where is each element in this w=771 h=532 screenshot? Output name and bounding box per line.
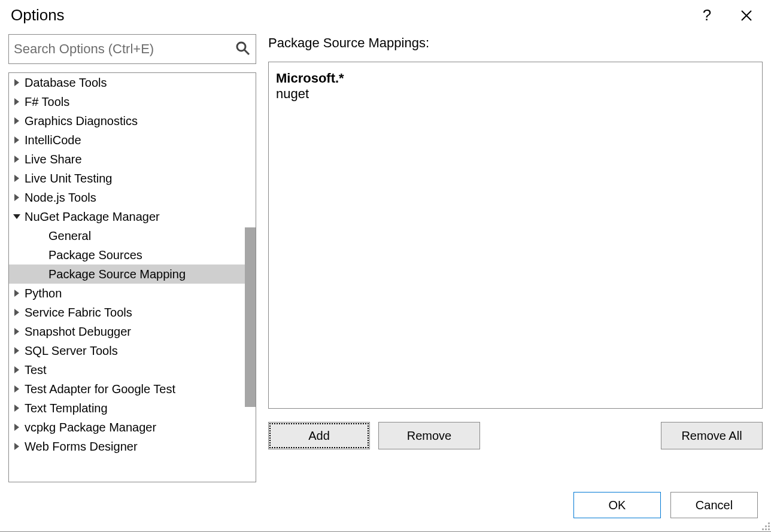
tree-item[interactable]: General: [9, 226, 256, 245]
cancel-button[interactable]: Cancel: [670, 492, 758, 518]
tree-item[interactable]: Snapshot Debugger: [9, 322, 256, 341]
expand-icon[interactable]: [13, 194, 21, 201]
tree-item[interactable]: Package Source Mapping: [9, 265, 256, 284]
tree-item[interactable]: Test: [9, 360, 256, 379]
tree-item-label: Test: [25, 363, 47, 377]
expand-icon[interactable]: [13, 405, 21, 412]
help-button[interactable]: ?: [693, 6, 721, 25]
tree-item[interactable]: Node.js Tools: [9, 188, 256, 207]
tree-item[interactable]: F# Tools: [9, 92, 256, 111]
tree-item[interactable]: Graphics Diagnostics: [9, 111, 256, 130]
expand-icon[interactable]: [13, 156, 21, 163]
tree-item[interactable]: Package Sources: [9, 245, 256, 265]
tree-item-label: Graphics Diagnostics: [25, 114, 138, 128]
tree-item-label: Live Share: [25, 153, 82, 166]
tree-item-label: Node.js Tools: [25, 191, 96, 205]
tree-item[interactable]: Test Adapter for Google Test: [9, 379, 256, 399]
expand-icon[interactable]: [13, 98, 21, 105]
right-panel: Package Source Mappings: Microsoft.* nug…: [268, 34, 763, 482]
left-panel: Database ToolsF# ToolsGraphics Diagnosti…: [8, 34, 256, 482]
search-input[interactable]: [9, 38, 256, 60]
tree-item-label: Snapshot Debugger: [25, 325, 131, 339]
tree-item-label: Live Unit Testing: [25, 172, 112, 186]
mapping-pattern: Microsoft.*: [276, 71, 755, 86]
expand-icon[interactable]: [13, 309, 21, 316]
tree-item-label: Test Adapter for Google Test: [25, 382, 175, 396]
tree-item[interactable]: Database Tools: [9, 73, 256, 92]
tree-item[interactable]: Text Templating: [9, 399, 256, 418]
help-icon: ?: [703, 6, 711, 24]
tree-item[interactable]: Python: [9, 284, 256, 303]
close-icon: [740, 10, 752, 22]
remove-button[interactable]: Remove: [378, 422, 480, 449]
tree-item-label: IntelliCode: [25, 133, 81, 147]
svg-line-3: [244, 50, 249, 54]
expand-icon[interactable]: [13, 347, 21, 354]
search-wrapper: [8, 34, 256, 64]
tree-item[interactable]: SQL Server Tools: [9, 341, 256, 360]
dialog-title: Options: [11, 6, 681, 25]
expand-icon[interactable]: [13, 443, 21, 450]
tree-item-label: Web Forms Designer: [25, 440, 138, 454]
tree-item-label: Database Tools: [25, 76, 107, 90]
tree-item-label: Python: [25, 287, 62, 300]
panel-heading: Package Source Mappings:: [268, 35, 763, 51]
expand-icon[interactable]: [13, 136, 21, 144]
tree-item[interactable]: vcpkg Package Manager: [9, 418, 256, 437]
tree-item-label: Service Fabric Tools: [25, 306, 132, 320]
tree-item-label: SQL Server Tools: [25, 344, 118, 358]
resize-grip[interactable]: [759, 519, 770, 530]
tree-item-label: General: [48, 229, 91, 243]
expand-icon[interactable]: [13, 79, 21, 86]
expand-icon[interactable]: [13, 175, 21, 182]
tree-item[interactable]: Service Fabric Tools: [9, 303, 256, 322]
expand-icon[interactable]: [13, 328, 21, 335]
collapse-icon[interactable]: [13, 214, 21, 219]
titlebar: Options ?: [0, 0, 771, 28]
ok-button[interactable]: OK: [573, 492, 661, 518]
expand-icon[interactable]: [13, 290, 21, 297]
scrollbar-thumb[interactable]: [245, 227, 256, 407]
options-dialog: Options ? Database Tools: [0, 0, 771, 532]
search-icon[interactable]: [235, 41, 252, 57]
tree-item-label: F# Tools: [25, 95, 69, 109]
tree-item-label: Text Templating: [25, 402, 108, 415]
close-button[interactable]: [733, 10, 760, 22]
options-tree: Database ToolsF# ToolsGraphics Diagnosti…: [8, 72, 256, 482]
expand-icon[interactable]: [13, 385, 21, 393]
add-button[interactable]: Add: [268, 422, 370, 449]
tree-item[interactable]: Web Forms Designer: [9, 437, 256, 456]
expand-icon[interactable]: [13, 424, 21, 431]
dialog-body: Database ToolsF# ToolsGraphics Diagnosti…: [0, 28, 771, 482]
mappings-listbox[interactable]: Microsoft.* nuget: [268, 62, 763, 409]
tree-item[interactable]: Live Unit Testing: [9, 169, 256, 188]
tree-item-label: NuGet Package Manager: [25, 210, 160, 224]
dialog-footer-buttons: OK Cancel: [0, 482, 771, 531]
mapping-source: nuget: [276, 86, 755, 102]
tree-item-label: vcpkg Package Manager: [25, 421, 156, 434]
remove-all-button[interactable]: Remove All: [661, 422, 763, 449]
mapping-buttons-row: Add Remove Remove All: [268, 422, 763, 449]
expand-icon[interactable]: [13, 117, 21, 124]
mapping-entry[interactable]: Microsoft.* nuget: [276, 71, 755, 102]
tree-item-label: Package Source Mapping: [48, 267, 186, 281]
tree-item[interactable]: NuGet Package Manager: [9, 207, 256, 226]
svg-point-2: [237, 42, 245, 51]
tree-item-label: Package Sources: [48, 248, 142, 262]
tree-scroll[interactable]: Database ToolsF# ToolsGraphics Diagnosti…: [9, 73, 256, 482]
tree-item[interactable]: IntelliCode: [9, 130, 256, 150]
expand-icon[interactable]: [13, 366, 21, 373]
tree-item[interactable]: Live Share: [9, 150, 256, 169]
